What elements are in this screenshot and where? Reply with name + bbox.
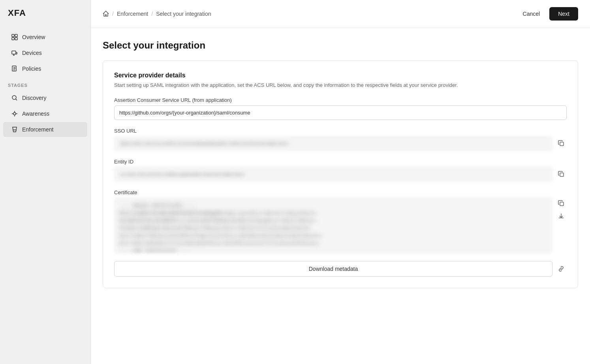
sidebar-item-devices[interactable]: Devices <box>3 45 87 60</box>
sso-input[interactable] <box>114 136 552 151</box>
enforcement-icon <box>11 126 18 133</box>
entity-label: Entity ID <box>114 159 567 165</box>
policies-icon <box>11 65 18 72</box>
awareness-icon <box>11 110 18 117</box>
devices-icon <box>11 49 18 56</box>
home-icon[interactable] <box>103 11 109 17</box>
sidebar: XFA Overview Devices <box>0 0 91 364</box>
breadcrumb-sep-2: / <box>151 11 153 17</box>
discovery-icon <box>11 94 18 101</box>
breadcrumb: / Enforcement / Select your integration <box>103 11 211 17</box>
sidebar-item-discovery-label: Discovery <box>22 95 46 101</box>
sso-field-row <box>114 136 567 151</box>
certificate-label: Certificate <box>114 190 567 195</box>
overview-icon <box>11 34 18 41</box>
certificate-actions <box>556 198 567 221</box>
entity-copy-button[interactable] <box>556 169 567 180</box>
download-metadata-button[interactable]: Download metadata <box>114 261 552 277</box>
sso-copy-button[interactable] <box>556 138 567 149</box>
svg-rect-9 <box>560 173 564 176</box>
certificate-copy-button[interactable] <box>556 198 567 209</box>
logo: XFA <box>0 8 90 29</box>
sidebar-item-overview-label: Overview <box>22 34 45 40</box>
card-title: Service provider details <box>114 72 567 79</box>
sidebar-item-awareness[interactable]: Awareness <box>3 106 87 121</box>
sidebar-item-discovery[interactable]: Discovery <box>3 90 87 105</box>
cancel-button[interactable]: Cancel <box>518 8 545 20</box>
acs-field-row <box>114 105 567 120</box>
sidebar-item-enforcement[interactable]: Enforcement <box>3 122 87 137</box>
entity-field-row <box>114 167 567 182</box>
svg-rect-2 <box>12 38 14 40</box>
sso-field-group: SSO URL <box>114 128 567 151</box>
certificate-download-button[interactable] <box>556 210 567 221</box>
download-metadata-row: Download metadata <box>114 261 567 277</box>
entity-field-group: Entity ID <box>114 159 567 182</box>
certificate-field-group: Certificate -----BEGIN CERTIFICATE----- … <box>114 190 567 253</box>
sso-label: SSO URL <box>114 128 567 134</box>
svg-rect-1 <box>15 34 17 37</box>
acs-input[interactable] <box>114 105 567 120</box>
entity-input[interactable] <box>114 167 552 182</box>
svg-rect-10 <box>560 202 564 206</box>
certificate-field-row: -----BEGIN CERTIFICATE----- MIIC2jAABGF2… <box>114 198 567 253</box>
sidebar-item-policies[interactable]: Policies <box>3 61 87 76</box>
svg-rect-0 <box>12 34 14 37</box>
sidebar-item-awareness-label: Awareness <box>22 111 49 117</box>
acs-label: Assertion Consumer Service URL (from app… <box>114 97 567 103</box>
svg-point-7 <box>13 113 16 115</box>
certificate-textarea[interactable]: -----BEGIN CERTIFICATE----- MIIC2jAABGF2… <box>114 198 552 253</box>
breadcrumb-sep-1: / <box>112 11 114 17</box>
download-link-button[interactable] <box>556 263 567 274</box>
main-content: / Enforcement / Select your integration … <box>91 0 590 364</box>
next-button[interactable]: Next <box>549 7 578 21</box>
page-content: Select your integration Service provider… <box>91 28 590 300</box>
header: / Enforcement / Select your integration … <box>91 0 590 28</box>
stages-label: STAGES <box>0 77 90 90</box>
svg-rect-3 <box>15 38 17 40</box>
sidebar-item-devices-label: Devices <box>22 50 42 56</box>
acs-field-group: Assertion Consumer Service URL (from app… <box>114 97 567 120</box>
breadcrumb-enforcement[interactable]: Enforcement <box>117 11 148 17</box>
card-description: Start setting up SAML integration with t… <box>114 81 567 89</box>
sidebar-item-overview[interactable]: Overview <box>3 30 87 45</box>
svg-point-6 <box>12 96 16 99</box>
sidebar-item-policies-label: Policies <box>22 66 41 72</box>
sidebar-item-enforcement-label: Enforcement <box>22 126 53 133</box>
service-provider-card: Service provider details Start setting u… <box>103 60 578 288</box>
svg-rect-4 <box>12 51 16 54</box>
page-title: Select your integration <box>103 40 578 51</box>
breadcrumb-current: Select your integration <box>156 11 211 17</box>
svg-rect-8 <box>560 142 564 146</box>
header-actions: Cancel Next <box>518 7 578 21</box>
